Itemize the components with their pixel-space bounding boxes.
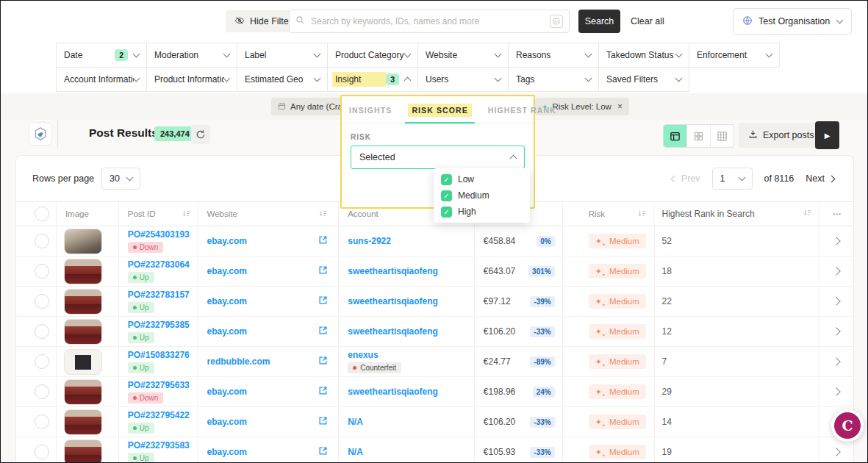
row-checkbox[interactable] — [35, 354, 49, 369]
filter-website[interactable]: Website — [417, 43, 509, 68]
filter-takedown-status[interactable]: Takedown Status — [598, 43, 689, 68]
next-page-button[interactable]: Next — [806, 173, 834, 184]
website-column-header[interactable]: Website — [198, 202, 340, 226]
export-posts-button[interactable]: Export posts — [739, 123, 823, 148]
external-link-icon[interactable] — [318, 234, 328, 248]
search-input[interactable] — [309, 15, 545, 27]
filter-tags[interactable]: Tags — [508, 67, 599, 92]
external-link-icon[interactable] — [318, 415, 328, 428]
rank-column-header[interactable]: Highest Rank in Search — [654, 202, 819, 226]
post-id-link[interactable]: PO#254303193 — [128, 229, 190, 240]
row-checkbox[interactable] — [35, 264, 49, 279]
filter-date[interactable]: Date 2 — [56, 43, 147, 68]
rows-per-page-select[interactable]: 30 — [101, 168, 140, 190]
filter-product-information[interactable]: Product Information — [146, 67, 237, 92]
post-id-link[interactable]: PO#232793583 — [128, 440, 190, 451]
filter-account-information[interactable]: Account Information — [56, 67, 147, 92]
risk-option-low[interactable]: ✓ Low — [434, 171, 530, 187]
website-link[interactable]: ebay.com — [207, 266, 247, 276]
row-expand-cell[interactable] — [819, 287, 853, 316]
row-checkbox[interactable] — [35, 234, 49, 248]
row-checkbox[interactable] — [35, 294, 49, 309]
website-link[interactable]: redbubble.com — [207, 356, 270, 367]
table-view-button[interactable] — [664, 125, 687, 147]
search-button[interactable]: Search — [578, 10, 620, 33]
filter-insight[interactable]: Insight 3 — [327, 67, 418, 92]
sort-icon[interactable] — [318, 209, 328, 220]
post-id-link[interactable]: PO#232795422 — [128, 410, 190, 420]
account-link[interactable]: sweetheartisqiaofeng — [348, 296, 438, 306]
row-expand-cell[interactable] — [819, 256, 853, 286]
tab-insights[interactable]: INSIGHTS — [349, 106, 392, 115]
website-link[interactable]: ebay.com — [207, 236, 247, 246]
account-link[interactable]: N/A — [348, 417, 363, 427]
clear-all-link[interactable]: Clear all — [631, 16, 664, 26]
external-link-icon[interactable] — [318, 445, 328, 459]
grid-view-button[interactable] — [687, 125, 711, 147]
product-image[interactable] — [64, 379, 102, 405]
risk-option-medium[interactable]: ✓ Medium — [434, 187, 530, 204]
post-id-link[interactable]: PO#232783157 — [128, 290, 190, 300]
post-id-link[interactable]: PO#150833276 — [128, 350, 190, 360]
prev-page-button[interactable]: Prev — [672, 173, 700, 184]
page-select[interactable]: 1 — [712, 168, 753, 190]
filter-moderation[interactable]: Moderation — [146, 43, 237, 68]
row-expand-cell[interactable] — [819, 347, 853, 376]
checkbox-checked-icon[interactable]: ✓ — [441, 174, 452, 185]
refresh-button[interactable] — [191, 125, 210, 144]
dense-view-button[interactable] — [711, 125, 734, 147]
external-link-icon[interactable] — [318, 385, 328, 398]
sort-icon[interactable] — [637, 209, 647, 220]
account-link[interactable]: sweetheartisqiaofeng — [348, 387, 438, 397]
risk-select[interactable]: Selected — [351, 146, 525, 169]
row-checkbox[interactable] — [35, 324, 49, 339]
row-checkbox[interactable] — [35, 445, 49, 459]
product-image[interactable] — [64, 409, 102, 435]
product-image[interactable] — [64, 439, 102, 463]
row-expand-cell[interactable] — [819, 317, 853, 346]
account-link[interactable]: N/A — [348, 447, 363, 457]
external-link-icon[interactable] — [318, 295, 328, 308]
row-expand-cell[interactable] — [819, 377, 853, 406]
filter-product-category[interactable]: Product Category — [327, 43, 418, 68]
risk-column-header[interactable]: Risk — [563, 202, 655, 226]
account-link[interactable]: suns-2922 — [348, 236, 391, 246]
select-all-checkbox[interactable] — [35, 207, 49, 221]
product-image[interactable] — [64, 349, 102, 375]
tab-risk-score[interactable]: RISK SCORE — [408, 104, 471, 117]
chip-close-icon[interactable]: × — [617, 101, 623, 112]
filter-reasons[interactable]: Reasons — [508, 43, 599, 68]
website-link[interactable]: ebay.com — [207, 387, 247, 397]
product-image[interactable] — [64, 259, 102, 284]
account-link[interactable]: enexus — [348, 350, 378, 360]
filter-label[interactable]: Label — [237, 43, 328, 68]
account-link[interactable]: sweetheartisqiaofeng — [348, 326, 438, 337]
brand-fab-button[interactable]: C — [831, 409, 864, 442]
checkbox-checked-icon[interactable]: ✓ — [441, 190, 452, 201]
image-search-icon[interactable] — [550, 15, 563, 28]
sort-icon[interactable] — [182, 209, 191, 220]
filter-saved-filters[interactable]: Saved Filters — [598, 67, 689, 92]
row-checkbox[interactable] — [35, 384, 49, 399]
post-id-link[interactable]: PO#232783064 — [128, 259, 190, 270]
product-image[interactable] — [64, 319, 102, 345]
filter-enforcement[interactable]: Enforcement — [689, 43, 780, 68]
checkbox-checked-icon[interactable]: ✓ — [441, 207, 452, 218]
row-checkbox[interactable] — [35, 414, 49, 429]
post-id-link[interactable]: PO#232795633 — [128, 380, 190, 390]
external-link-icon[interactable] — [318, 265, 328, 278]
website-link[interactable]: ebay.com — [207, 417, 247, 427]
website-link[interactable]: ebay.com — [207, 447, 247, 457]
account-link[interactable]: sweetheartisqiaofeng — [348, 266, 438, 276]
filter-estimated-geo[interactable]: Estimated Geo — [237, 67, 328, 92]
organisation-selector[interactable]: Test Organisation QA — [733, 8, 852, 35]
post-id-link[interactable]: PO#232795385 — [128, 320, 190, 330]
product-image[interactable] — [64, 289, 102, 315]
row-expand-cell[interactable] — [819, 226, 853, 256]
post-id-column-header[interactable]: Post ID — [119, 202, 198, 226]
product-image[interactable] — [64, 229, 102, 254]
sort-icon[interactable] — [803, 208, 812, 220]
more-columns-button[interactable]: ⋯ — [819, 202, 853, 226]
website-link[interactable]: ebay.com — [207, 296, 247, 306]
date-filter-chip[interactable]: Any date (Crawling — [271, 98, 347, 115]
